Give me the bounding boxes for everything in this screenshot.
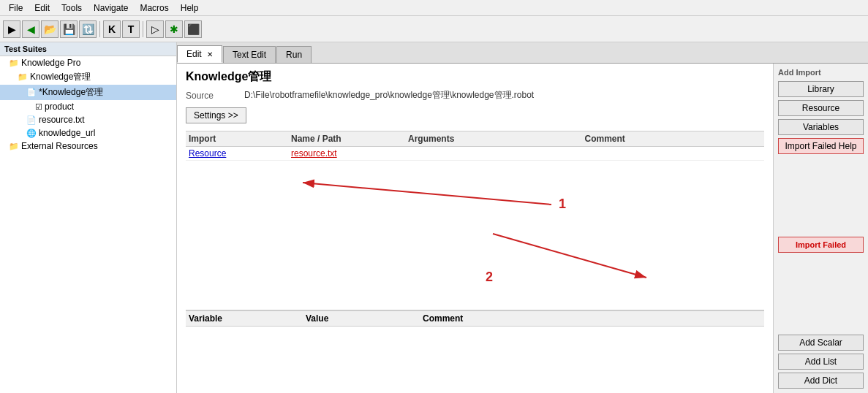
tree-label-external-resources: External Resources [21,141,98,151]
col-import: Import [189,134,291,144]
folder-icon-external: 📁 [9,142,19,151]
menu-edit[interactable]: Edit [29,1,56,15]
left-panel: Test Suites 📁 Knowledge Pro 📁 Knowledge管… [0,42,177,393]
import-table-row[interactable]: Resource resource.txt [186,147,764,161]
tab-edit[interactable]: Edit ✕ [177,45,222,63]
tree-item-knowledge-mgmt[interactable]: 📁 Knowledge管理 [0,69,176,85]
svg-line-2 [303,183,551,205]
import-row-comment [585,148,762,159]
tab-text-edit[interactable]: Text Edit [223,46,276,63]
content-area: Knowledge管理 Source D:\File\robotframefil… [177,64,773,393]
tree-label-knowledge-mgmt: Knowledge管理 [30,71,91,83]
tree-item-knowledge-mgmt-file[interactable]: 📄 *Knowledge管理 [0,85,176,100]
add-dict-button[interactable]: Add Dict [778,373,864,389]
file-icon-resource: 📄 [26,115,37,125]
sidebar-spacer2 [778,256,864,332]
checkbox-icon-product: ☑ [35,102,42,112]
library-button[interactable]: Library [778,81,864,97]
tree-label-knowledge-mgmt-file: *Knowledge管理 [39,86,103,99]
svg-text:2: 2 [486,270,493,284]
source-line: Source D:\File\robotframefile\knowledge_… [186,89,764,102]
tab-edit-close[interactable]: ✕ [207,50,213,58]
import-row-args [408,148,585,159]
annotation-svg: 1 2 [186,161,773,307]
add-list-button[interactable]: Add List [778,354,864,370]
col-comment: Comment [585,134,762,144]
tab-run[interactable]: Run [276,46,312,63]
tree-label-product: product [45,102,74,112]
menu-help[interactable]: Help [175,1,205,15]
menu-bar: File Edit Tools Navigate Macros Help [0,0,868,16]
import-failed-button[interactable]: Import Failed Help [778,138,864,154]
menu-file[interactable]: File [3,1,29,15]
toolbar-save[interactable]: 💾 [60,20,78,38]
menu-navigate[interactable]: Navigate [88,1,134,15]
tree-item-resource-txt[interactable]: 📄 resource.txt [0,113,176,126]
tab-text-edit-label: Text Edit [233,50,266,60]
variable-table-header: Variable Value Comment [186,310,764,327]
main-content-row: Knowledge管理 Source D:\File\robotframefil… [177,64,868,393]
sidebar-spacer [778,157,864,234]
toolbar-k[interactable]: K [103,20,121,38]
toolbar-back[interactable]: ◀ [22,20,39,38]
import-table-section: Import Name / Path Arguments Comment Res… [186,131,764,161]
svg-line-4 [493,234,646,278]
menu-macros[interactable]: Macros [134,1,174,15]
source-label: Source [186,91,244,101]
add-import-label: Add Import [778,68,864,77]
annotation-area: 1 2 [186,161,764,307]
tree-item-external-resources[interactable]: 📁 External Resources [0,140,176,153]
svg-text:1: 1 [559,196,566,211]
tree-item-knowledge-pro[interactable]: 📁 Knowledge Pro [0,56,176,69]
tree-item-product[interactable]: ☑ product [0,100,176,113]
import-row-type[interactable]: Resource [189,148,291,159]
settings-button[interactable]: Settings >> [186,107,246,123]
col-variable: Variable [189,313,306,324]
editor-area: Knowledge管理 Source D:\File\robotframefil… [177,64,773,393]
tabs-bar: Edit ✕ Text Edit Run [177,42,868,64]
tree-item-knowledge-url[interactable]: 🌐 knowledge_url [0,126,176,140]
tree-label-knowledge-pro: Knowledge Pro [21,58,80,68]
main-layout: Test Suites 📁 Knowledge Pro 📁 Knowledge管… [0,42,868,393]
col-var-comment: Comment [423,313,761,324]
tree-label-knowledge-url: knowledge_url [39,128,95,138]
col-value: Value [306,313,423,324]
right-sidebar: Add Import Library Resource Variables Im… [773,64,868,393]
import-failed-indicator: Import Failed [778,237,864,253]
suite-title: Knowledge管理 [186,69,764,85]
menu-tools[interactable]: Tools [56,1,88,15]
toolbar-sep-1 [99,21,100,37]
source-path: D:\File\robotframefile\knowledge_pro\kno… [244,89,534,102]
toolbar-refresh[interactable]: 🔃 [79,20,97,38]
col-name-path: Name / Path [291,134,408,144]
toolbar: ▶ ◀ 📂 💾 🔃 K T ▷ ✱ ⬛ [0,16,868,42]
resource-button[interactable]: Resource [778,100,864,116]
left-panel-header: Test Suites [0,42,176,56]
toolbar-play[interactable]: ▷ [146,20,164,38]
toolbar-star[interactable]: ✱ [165,20,183,38]
import-table-header: Import Name / Path Arguments Comment [186,131,764,147]
tab-edit-label: Edit [186,49,202,59]
folder-icon-knowledge-mgmt: 📁 [18,72,28,82]
toolbar-sep-2 [143,21,143,37]
toolbar-new[interactable]: ▶ [3,20,20,38]
toolbar-stop[interactable]: ⬛ [184,20,202,38]
add-scalar-button[interactable]: Add Scalar [778,335,864,351]
link-icon-knowledge-url: 🌐 [26,129,37,138]
col-arguments: Arguments [408,134,585,144]
folder-icon-knowledge-pro: 📁 [9,58,19,68]
variables-button[interactable]: Variables [778,119,864,135]
tree-label-resource-txt: resource.txt [39,115,85,125]
import-row-path[interactable]: resource.txt [291,148,408,159]
file-icon-knowledge-mgmt: 📄 [26,88,37,97]
toolbar-open[interactable]: 📂 [41,20,59,38]
toolbar-t[interactable]: T [122,20,140,38]
tab-run-label: Run [286,50,302,60]
